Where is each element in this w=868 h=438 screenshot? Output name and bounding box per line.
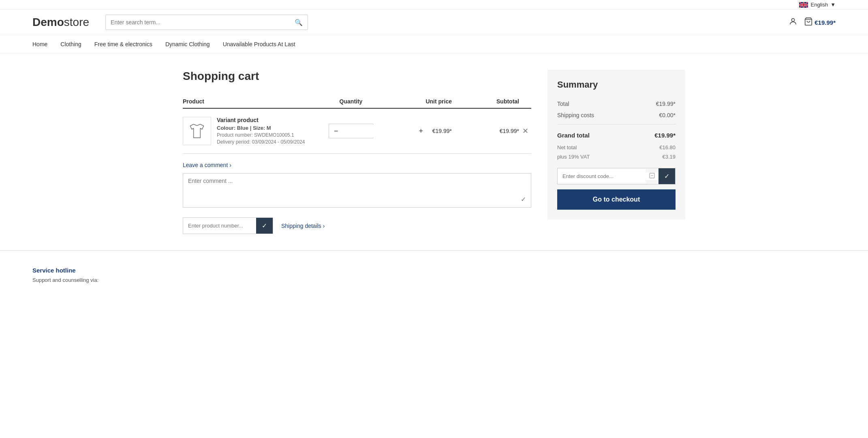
product-number: Product number: SWDEMO10005.1 bbox=[217, 132, 305, 138]
flag-icon bbox=[799, 2, 808, 8]
comment-section: Leave a comment › ✓ bbox=[183, 162, 531, 208]
product-image bbox=[183, 117, 211, 145]
footer-service-title: Service hotline bbox=[32, 267, 836, 274]
shipping-details-label: Shipping details bbox=[281, 223, 321, 229]
account-button[interactable] bbox=[789, 17, 797, 28]
header: Demostore 🔍 €19.99* bbox=[0, 10, 868, 35]
subtotal-price: €19.99* bbox=[452, 128, 519, 134]
search-bar: 🔍 bbox=[105, 15, 308, 30]
cart-table-header: Product Quantity Unit price Subtotal bbox=[183, 95, 531, 109]
net-total-value: €16.80 bbox=[659, 144, 676, 150]
summary-grand-total-row: Grand total €19.99* bbox=[557, 128, 676, 143]
summary-shipping-row: Shipping costs €0.00* bbox=[557, 110, 676, 121]
product-number-wrapper: ✓ bbox=[183, 217, 273, 234]
comment-confirm-icon[interactable]: ✓ bbox=[521, 195, 526, 203]
main-content: Shopping cart Product Quantity Unit pric… bbox=[150, 54, 718, 250]
shipping-value: €0.00* bbox=[659, 112, 676, 118]
discount-row: ✓ bbox=[557, 168, 676, 185]
grand-total-value: €19.99* bbox=[654, 132, 676, 139]
main-nav: Home Clothing Free time & electronics Dy… bbox=[0, 35, 868, 54]
search-button[interactable]: 🔍 bbox=[290, 15, 308, 30]
summary-net-row: Net total €16.80 bbox=[557, 143, 676, 152]
size-value: M bbox=[267, 125, 271, 131]
logo-light: store bbox=[64, 16, 89, 28]
delivery-label: Delivery period: bbox=[217, 139, 250, 145]
footer: Service hotline Support and counselling … bbox=[0, 250, 868, 299]
cart-icon bbox=[804, 17, 813, 28]
leave-comment-label: Leave a comment bbox=[183, 162, 228, 168]
cart-button[interactable]: €19.99* bbox=[804, 17, 836, 28]
product-meta: Colour: Blue | Size: M bbox=[217, 125, 305, 131]
nav-item-unavailable[interactable]: Unavailable Products At Last bbox=[223, 41, 295, 47]
summary-title: Summary bbox=[557, 79, 676, 90]
discount-submit-button[interactable]: ✓ bbox=[658, 168, 675, 184]
col-product-header: Product bbox=[183, 98, 317, 105]
product-name: Variant product bbox=[217, 117, 305, 123]
summary-box: Summary Total €19.99* Shipping costs €0.… bbox=[547, 70, 685, 219]
colour-label: Colour: bbox=[217, 125, 235, 131]
logo-bold: Demo bbox=[32, 16, 64, 28]
discount-tag-icon bbox=[646, 172, 658, 180]
remove-item-button[interactable]: ✕ bbox=[519, 127, 531, 135]
product-details: Variant product Colour: Blue | Size: M P… bbox=[217, 117, 305, 145]
total-value: €19.99* bbox=[656, 101, 676, 107]
delivery-period: Delivery period: 03/09/2024 - 05/09/2024 bbox=[217, 139, 305, 145]
summary-divider bbox=[557, 124, 676, 125]
product-info: Variant product Colour: Blue | Size: M P… bbox=[183, 117, 317, 145]
comment-area-wrapper: ✓ bbox=[183, 173, 531, 208]
logo[interactable]: Demostore bbox=[32, 16, 89, 29]
summary-vat-row: plus 19% VAT €3.19 bbox=[557, 152, 676, 161]
checkout-button[interactable]: Go to checkout bbox=[557, 189, 676, 210]
quantity-decrease-button[interactable]: − bbox=[329, 124, 343, 138]
unit-price: €19.99* bbox=[385, 128, 452, 134]
col-subtotal-header: Subtotal bbox=[452, 98, 519, 105]
language-label: English bbox=[810, 2, 828, 8]
summary-section: Summary Total €19.99* Shipping costs €0.… bbox=[547, 70, 685, 234]
dropdown-arrow-icon: ▼ bbox=[830, 2, 836, 8]
product-number-value: SWDEMO10005.1 bbox=[254, 132, 294, 138]
leave-comment-button[interactable]: Leave a comment › bbox=[183, 162, 231, 168]
top-bar: English ▼ bbox=[0, 0, 868, 10]
colour-value: Blue bbox=[237, 125, 248, 131]
quantity-cell: − 1 + bbox=[317, 124, 385, 138]
col-quantity-header: Quantity bbox=[317, 98, 385, 105]
cart-item: Variant product Colour: Blue | Size: M P… bbox=[183, 109, 531, 154]
nav-item-dynamic[interactable]: Dynamic Clothing bbox=[165, 41, 210, 47]
footer-service-text: Support and counselling via: bbox=[32, 277, 836, 283]
grand-total-label: Grand total bbox=[557, 132, 590, 139]
bottom-actions: ✓ Shipping details › bbox=[183, 217, 531, 234]
cart-price: €19.99* bbox=[815, 19, 836, 26]
discount-code-input[interactable] bbox=[558, 169, 646, 183]
svg-point-1 bbox=[792, 18, 795, 21]
search-icon: 🔍 bbox=[295, 19, 303, 26]
product-number-label: Product number: bbox=[217, 132, 253, 138]
vat-value: €3.19 bbox=[662, 154, 676, 160]
nav-item-home[interactable]: Home bbox=[32, 41, 47, 47]
search-input[interactable] bbox=[106, 15, 290, 30]
quantity-stepper: − 1 + bbox=[329, 124, 373, 138]
size-separator: | Size: bbox=[250, 125, 265, 131]
header-icons: €19.99* bbox=[789, 17, 836, 28]
net-total-label: Net total bbox=[557, 144, 577, 150]
shipping-label: Shipping costs bbox=[557, 112, 594, 118]
delivery-value: 03/09/2024 - 05/09/2024 bbox=[252, 139, 305, 145]
product-number-field[interactable] bbox=[183, 219, 256, 233]
discount-check-icon: ✓ bbox=[664, 173, 669, 180]
col-unitprice-header: Unit price bbox=[385, 98, 452, 105]
nav-item-clothing[interactable]: Clothing bbox=[60, 41, 81, 47]
language-selector[interactable]: English ▼ bbox=[799, 2, 836, 8]
chevron-right-icon: › bbox=[229, 162, 231, 168]
total-label: Total bbox=[557, 101, 569, 107]
vat-label: plus 19% VAT bbox=[557, 154, 590, 160]
nav-item-free-time[interactable]: Free time & electronics bbox=[94, 41, 152, 47]
summary-total-row: Total €19.99* bbox=[557, 98, 676, 110]
shipping-chevron-icon: › bbox=[323, 223, 325, 229]
product-number-submit-button[interactable]: ✓ bbox=[256, 218, 273, 234]
account-icon bbox=[789, 17, 797, 28]
checkmark-icon: ✓ bbox=[262, 222, 267, 229]
page-title: Shopping cart bbox=[183, 70, 531, 83]
comment-textarea[interactable] bbox=[183, 174, 531, 206]
cart-section: Shopping cart Product Quantity Unit pric… bbox=[183, 70, 531, 234]
shipping-details-button[interactable]: Shipping details › bbox=[281, 223, 325, 229]
